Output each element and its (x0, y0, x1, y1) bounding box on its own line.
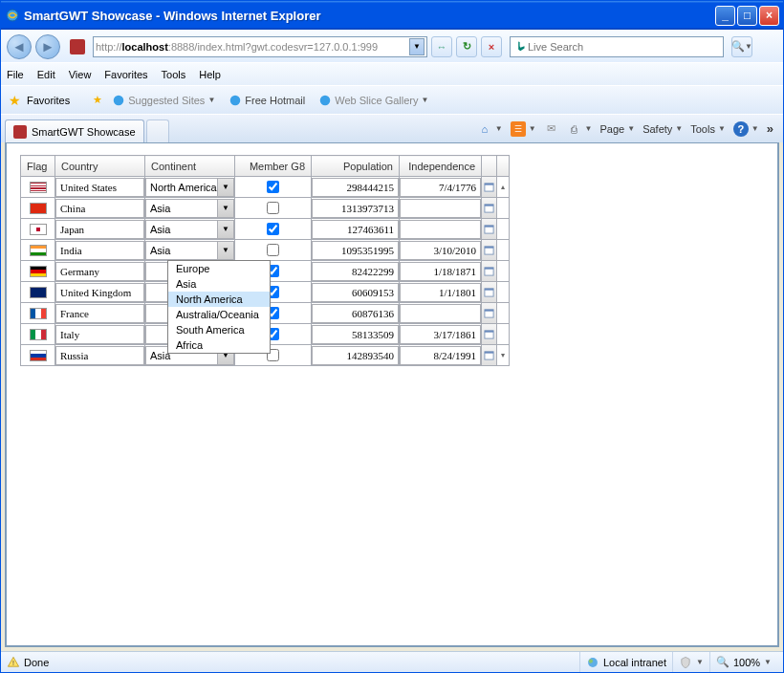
g8-checkbox[interactable] (267, 223, 279, 235)
menu-file[interactable]: File (7, 69, 24, 80)
protected-mode[interactable]: ▼ (672, 652, 709, 672)
free-hotmail-link[interactable]: Free Hotmail (225, 92, 309, 109)
new-tab-button[interactable] (146, 119, 169, 142)
chevron-more-icon[interactable]: » (767, 121, 773, 136)
date-picker-button[interactable] (482, 261, 496, 281)
tools-menu[interactable]: Tools▼ (690, 123, 726, 135)
population-input[interactable] (312, 346, 399, 365)
col-population[interactable]: Population (312, 156, 400, 177)
independence-input[interactable] (400, 241, 481, 260)
independence-input[interactable] (400, 199, 481, 218)
date-picker-button[interactable] (482, 282, 496, 302)
menu-view[interactable]: View (69, 69, 92, 80)
independence-input[interactable] (400, 178, 481, 197)
dropdown-option[interactable]: Europe (168, 261, 270, 276)
dropdown-option[interactable]: Australia/Oceania (168, 307, 270, 322)
dropdown-button[interactable]: ▼ (217, 179, 233, 196)
independence-input[interactable] (400, 220, 481, 239)
maximize-button[interactable]: □ (737, 6, 757, 26)
country-input[interactable] (55, 283, 144, 302)
population-input[interactable] (312, 199, 399, 218)
stop-button[interactable]: × (481, 36, 502, 57)
home-button[interactable]: ⌂▼ (477, 121, 503, 137)
feeds-button[interactable]: ☰▼ (511, 121, 536, 137)
date-picker-button[interactable] (482, 240, 496, 260)
continent-dropdown-list[interactable]: EuropeAsiaNorth AmericaAustralia/Oceania… (167, 260, 271, 354)
continent-select[interactable]: Asia▼ (145, 241, 234, 260)
minimize-button[interactable]: _ (715, 6, 735, 26)
safety-menu[interactable]: Safety▼ (642, 123, 683, 135)
dropdown-button[interactable]: ▼ (217, 200, 233, 217)
forward-button[interactable]: ► (35, 34, 60, 59)
back-button[interactable]: ◄ (7, 34, 32, 59)
independence-input[interactable] (400, 325, 481, 344)
zoom-control[interactable]: 🔍100% ▼ (709, 652, 777, 672)
date-picker-button[interactable] (482, 219, 496, 239)
col-flag[interactable]: Flag (21, 156, 55, 177)
col-continent[interactable]: Continent (145, 156, 235, 177)
country-input[interactable] (55, 220, 144, 239)
country-input[interactable] (55, 241, 144, 260)
date-picker-button[interactable] (482, 177, 496, 197)
favorites-star-icon[interactable]: ★ (9, 93, 21, 108)
population-input[interactable] (312, 241, 399, 260)
col-independence[interactable]: Independence (400, 156, 482, 177)
menu-edit[interactable]: Edit (37, 69, 55, 80)
col-g8[interactable]: Member G8 (235, 156, 312, 177)
independence-input[interactable] (400, 346, 481, 365)
zone-indicator[interactable]: Local intranet (579, 652, 672, 672)
print-button[interactable]: ⎙▼ (567, 121, 593, 137)
country-input[interactable] (55, 178, 144, 197)
population-input[interactable] (312, 178, 399, 197)
mail-button[interactable]: ✉ (544, 121, 559, 137)
country-input[interactable] (55, 325, 144, 344)
close-button[interactable]: × (759, 6, 779, 26)
suggested-sites-link[interactable]: Suggested Sites▼ (108, 92, 219, 109)
dropdown-option[interactable]: Asia (168, 276, 270, 292)
country-input[interactable] (55, 199, 144, 218)
independence-input[interactable] (400, 304, 481, 323)
dropdown-button[interactable]: ▼ (217, 242, 233, 259)
search-box[interactable] (510, 36, 724, 57)
country-input[interactable] (55, 304, 144, 323)
compat-button[interactable]: ↔ (431, 36, 452, 57)
population-input[interactable] (312, 262, 399, 281)
date-picker-button[interactable] (482, 345, 496, 365)
continent-select[interactable]: Asia▼ (145, 199, 234, 218)
web-slice-link[interactable]: Web Slice Gallery▼ (315, 92, 432, 109)
independence-input[interactable] (400, 283, 481, 302)
population-input[interactable] (312, 220, 399, 239)
date-picker-button[interactable] (482, 324, 496, 344)
help-button[interactable]: ?▼ (733, 121, 759, 137)
col-picker[interactable] (482, 156, 497, 177)
col-country[interactable]: Country (55, 156, 145, 177)
add-fav-icon[interactable]: ★ (93, 94, 102, 106)
page-menu[interactable]: Page▼ (600, 123, 636, 135)
titlebar[interactable]: SmartGWT Showcase - Windows Internet Exp… (1, 1, 783, 30)
g8-checkbox[interactable] (267, 244, 279, 256)
dropdown-option[interactable]: Africa (168, 337, 270, 353)
url-dropdown-button[interactable]: ▼ (409, 38, 425, 55)
search-button[interactable]: 🔍▼ (731, 36, 752, 57)
population-input[interactable] (312, 304, 399, 323)
population-input[interactable] (312, 325, 399, 344)
g8-checkbox[interactable] (267, 202, 279, 214)
dropdown-button[interactable]: ▼ (217, 221, 233, 238)
search-input[interactable] (528, 41, 719, 53)
menu-tools[interactable]: Tools (162, 69, 186, 80)
menu-help[interactable]: Help (199, 69, 221, 80)
g8-checkbox[interactable] (267, 181, 279, 193)
menu-favorites[interactable]: Favorites (104, 69, 147, 80)
independence-input[interactable] (400, 262, 481, 281)
refresh-button[interactable]: ↻ (456, 36, 477, 57)
population-input[interactable] (312, 283, 399, 302)
country-input[interactable] (55, 262, 144, 281)
date-picker-button[interactable] (482, 303, 496, 323)
continent-select[interactable]: North America▼ (145, 178, 234, 197)
col-scroll[interactable] (497, 156, 510, 177)
dropdown-option[interactable]: South America (168, 322, 270, 337)
date-picker-button[interactable] (482, 198, 496, 218)
favorites-label[interactable]: Favorites (27, 95, 70, 106)
country-input[interactable] (55, 346, 144, 365)
tab-smartgwt[interactable]: SmartGWT Showcase (5, 119, 144, 142)
